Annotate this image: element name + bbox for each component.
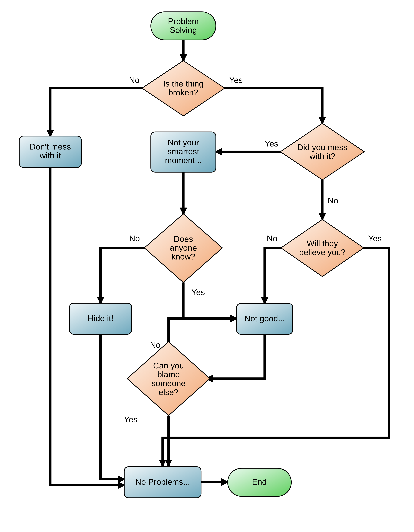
node-can-blame-line4: else? [159, 388, 179, 397]
node-start: Problem Solving [151, 12, 216, 40]
node-no-problems: No Problems... [124, 467, 201, 498]
edge-label-did-you-mess-yes: Yes [265, 139, 278, 148]
node-does-anyone-line1: Does [174, 234, 193, 244]
flowchart-canvas: No Yes Yes No No Yes No Yes No Yes Probl… [0, 0, 414, 532]
edge-label-will-believe-yes: Yes [368, 234, 382, 243]
node-not-smartest-line3: moment... [165, 156, 202, 165]
node-did-you-mess-line2: with it? [309, 152, 335, 161]
node-can-blame-line2: blame [157, 370, 180, 379]
node-not-smartest: Not your smartest moment... [151, 132, 216, 172]
edge-label-does-anyone-yes: Yes [191, 288, 205, 297]
node-can-blame: Can you blame someone else? [127, 342, 210, 416]
node-end: End [228, 468, 291, 496]
node-start-line2: Solving [170, 26, 197, 35]
edge-does-anyone-no [101, 248, 148, 303]
edge-label-will-believe-no: No [267, 234, 277, 243]
edge-label-can-blame-no: No [150, 340, 160, 350]
edge-will-believe-no [265, 248, 284, 304]
node-no-problems-line1: No Problems... [135, 477, 190, 486]
node-hide-it: Hide it! [69, 303, 132, 334]
node-will-believe-line2: believe you? [299, 248, 346, 257]
edge-label-is-broken-yes: Yes [229, 76, 243, 85]
node-hide-it-line1: Hide it! [88, 314, 113, 323]
edge-label-can-blame-yes: Yes [124, 415, 137, 424]
edge-can-blame-no [169, 319, 236, 342]
node-will-believe-line1: Will they [307, 239, 338, 248]
node-can-blame-line3: someone [151, 379, 186, 388]
node-dont-mess: Don't mess with it [19, 136, 81, 167]
node-dont-mess-line1: Don't mess [30, 142, 71, 151]
node-dont-mess-line2: with it [40, 151, 61, 160]
edge-label-is-broken-no: No [129, 76, 140, 85]
node-does-anyone: Does anyone know? [144, 214, 222, 283]
node-not-smartest-line2: smartest [168, 147, 199, 156]
node-is-broken: Is the thing broken? [142, 61, 225, 116]
node-does-anyone-line3: know? [171, 252, 195, 261]
node-not-good-line1: Not good... [245, 314, 285, 323]
node-does-anyone-line2: anyone [170, 243, 197, 252]
node-did-you-mess-line1: Did you mess [297, 143, 348, 152]
edge-not-good-to-can-blame [207, 334, 265, 379]
node-end-line1: End [252, 477, 267, 486]
edge-hide-it-to-no-problems [101, 334, 124, 479]
node-start-line1: Problem [168, 17, 199, 26]
node-is-broken-line1: Is the thing [163, 79, 204, 88]
node-can-blame-line1: Can you [153, 361, 184, 370]
edge-label-did-you-mess-no: No [328, 196, 338, 205]
edge-is-broken-no [50, 88, 148, 136]
edge-label-does-anyone-no: No [129, 234, 140, 243]
edge-will-believe-yes [163, 248, 389, 466]
node-is-broken-line2: broken? [169, 88, 198, 97]
node-did-you-mess: Did you mess with it? [280, 123, 364, 180]
node-will-believe: Will they believe you? [281, 219, 364, 276]
node-not-good: Not good... [236, 304, 293, 334]
edge-is-broken-yes [219, 88, 322, 123]
node-not-smartest-line1: Not your [168, 138, 199, 147]
